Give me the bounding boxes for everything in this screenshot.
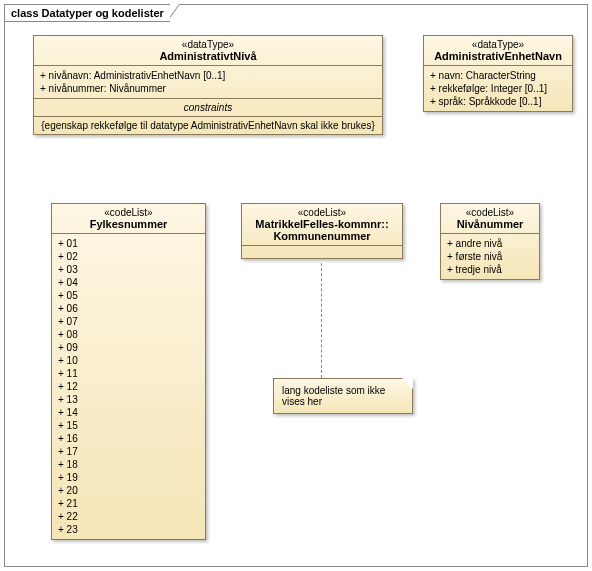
attribute: + 06 bbox=[58, 302, 199, 315]
attribute: + 01 bbox=[58, 237, 199, 250]
attribute: + tredje nivå bbox=[447, 263, 533, 276]
diagram-frame: class Datatyper og kodelister «dataType»… bbox=[4, 4, 588, 567]
codelist-nivaanummer: «codeList» Nivånummer + andre nivå + før… bbox=[440, 203, 540, 280]
class-name-line1: MatrikkelFelles-kommnr:: bbox=[248, 218, 396, 230]
class-name: Fylkesnummer bbox=[58, 218, 199, 230]
codelist-kommunenummer: «codeList» MatrikkelFelles-kommnr:: Komm… bbox=[241, 203, 403, 259]
constraints-header: constraints bbox=[34, 99, 382, 117]
attribute: + 23 bbox=[58, 523, 199, 536]
attributes-compartment bbox=[242, 246, 402, 258]
attribute: + navn: CharacterString bbox=[430, 69, 566, 82]
attribute: + nivånavn: AdministrativEnhetNavn [0..1… bbox=[40, 69, 376, 82]
datatype-administrativt-nivaa: «dataType» AdministrativtNivå + nivånavn… bbox=[33, 35, 383, 135]
attribute: + 05 bbox=[58, 289, 199, 302]
class-name: AdministrativtNivå bbox=[40, 50, 376, 62]
attribute: + nivånummer: Nivånummer bbox=[40, 82, 376, 95]
note-link bbox=[321, 263, 322, 378]
class-name-line2: Kommunenummer bbox=[248, 230, 396, 242]
attribute: + andre nivå bbox=[447, 237, 533, 250]
attribute: + språk: Språkkode [0..1] bbox=[430, 95, 566, 108]
attribute: + 08 bbox=[58, 328, 199, 341]
attribute: + 20 bbox=[58, 484, 199, 497]
note-box: lang kodeliste som ikke vises her bbox=[273, 378, 413, 414]
attribute: + 13 bbox=[58, 393, 199, 406]
stereotype-label: «codeList» bbox=[447, 207, 533, 218]
attributes-compartment: + nivånavn: AdministrativEnhetNavn [0..1… bbox=[34, 66, 382, 99]
constraints-body: {egenskap rekkefølge til datatype Admini… bbox=[34, 117, 382, 134]
attribute: + 02 bbox=[58, 250, 199, 263]
class-name: Nivånummer bbox=[447, 218, 533, 230]
class-name: AdministrativEnhetNavn bbox=[430, 50, 566, 62]
attribute: + 07 bbox=[58, 315, 199, 328]
attribute: + 12 bbox=[58, 380, 199, 393]
attribute: + 11 bbox=[58, 367, 199, 380]
attribute: + 03 bbox=[58, 263, 199, 276]
attributes-compartment: + andre nivå + første nivå + tredje nivå bbox=[441, 234, 539, 279]
attribute: + 17 bbox=[58, 445, 199, 458]
codelist-fylkesnummer: «codeList» Fylkesnummer + 01+ 02+ 03+ 04… bbox=[51, 203, 206, 540]
datatype-administrativ-enhet-navn: «dataType» AdministrativEnhetNavn + navn… bbox=[423, 35, 573, 112]
stereotype-label: «dataType» bbox=[430, 39, 566, 50]
attribute: + 19 bbox=[58, 471, 199, 484]
stereotype-label: «dataType» bbox=[40, 39, 376, 50]
attribute: + 21 bbox=[58, 497, 199, 510]
attribute: + 15 bbox=[58, 419, 199, 432]
frame-title: class Datatyper og kodelister bbox=[11, 7, 164, 19]
attribute: + 04 bbox=[58, 276, 199, 289]
frame-tab: class Datatyper og kodelister bbox=[4, 4, 170, 22]
stereotype-label: «codeList» bbox=[58, 207, 199, 218]
attribute: + 18 bbox=[58, 458, 199, 471]
attributes-compartment: + navn: CharacterString + rekkefølge: In… bbox=[424, 66, 572, 111]
attribute: + 16 bbox=[58, 432, 199, 445]
stereotype-label: «codeList» bbox=[248, 207, 396, 218]
attribute: + 09 bbox=[58, 341, 199, 354]
attribute: + rekkefølge: Integer [0..1] bbox=[430, 82, 566, 95]
attribute: + 10 bbox=[58, 354, 199, 367]
attributes-compartment: + 01+ 02+ 03+ 04+ 05+ 06+ 07+ 08+ 09+ 10… bbox=[52, 234, 205, 539]
attribute: + 22 bbox=[58, 510, 199, 523]
attribute: + 14 bbox=[58, 406, 199, 419]
note-text: lang kodeliste som ikke vises her bbox=[282, 385, 385, 407]
attribute: + første nivå bbox=[447, 250, 533, 263]
